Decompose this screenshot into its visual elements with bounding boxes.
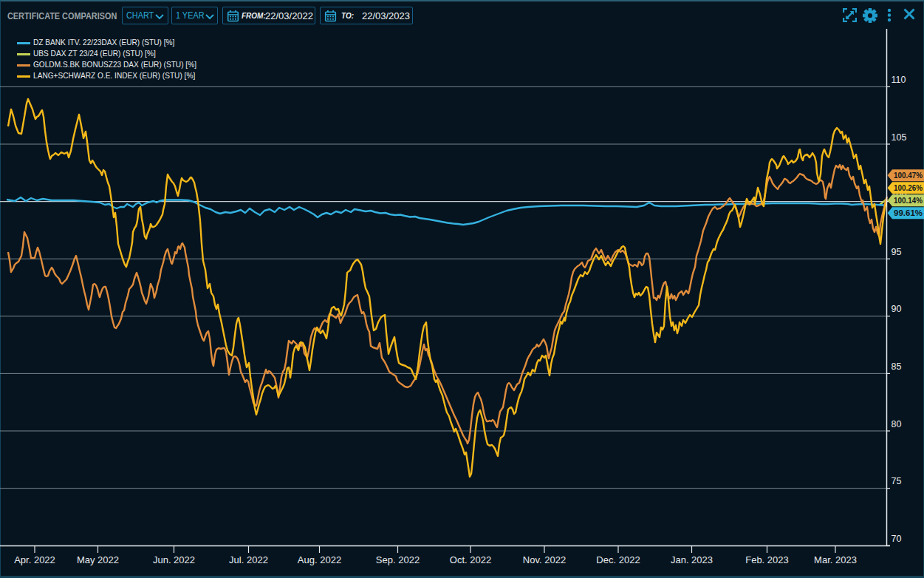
svg-text:85: 85: [892, 361, 902, 372]
svg-text:Oct. 2022: Oct. 2022: [450, 554, 491, 565]
svg-text:105: 105: [892, 132, 907, 143]
svg-text:Feb. 2023: Feb. 2023: [745, 554, 789, 565]
svg-text:90: 90: [892, 304, 902, 314]
svg-text:100.47%: 100.47%: [894, 171, 923, 180]
svg-text:95: 95: [892, 247, 902, 257]
svg-text:75: 75: [892, 476, 902, 486]
svg-text:Dec. 2022: Dec. 2022: [596, 554, 640, 565]
svg-text:110: 110: [892, 75, 906, 85]
svg-text:70: 70: [892, 534, 902, 544]
svg-text:Nov. 2022: Nov. 2022: [523, 554, 566, 565]
svg-text:Jul. 2022: Jul. 2022: [229, 554, 268, 565]
svg-text:Aug. 2022: Aug. 2022: [298, 554, 341, 565]
svg-text:May 2022: May 2022: [77, 554, 119, 565]
svg-text:Mar. 2023: Mar. 2023: [814, 554, 857, 565]
svg-text:80: 80: [892, 419, 902, 429]
svg-text:100.14%: 100.14%: [894, 196, 923, 205]
svg-text:Sep. 2022: Sep. 2022: [376, 554, 420, 565]
svg-text:Jan. 2023: Jan. 2023: [671, 554, 713, 565]
svg-text:99.61%: 99.61%: [894, 208, 923, 217]
svg-text:Jun. 2022: Jun. 2022: [153, 554, 195, 565]
svg-text:Apr. 2022: Apr. 2022: [14, 554, 55, 565]
svg-text:100.26%: 100.26%: [894, 183, 923, 192]
